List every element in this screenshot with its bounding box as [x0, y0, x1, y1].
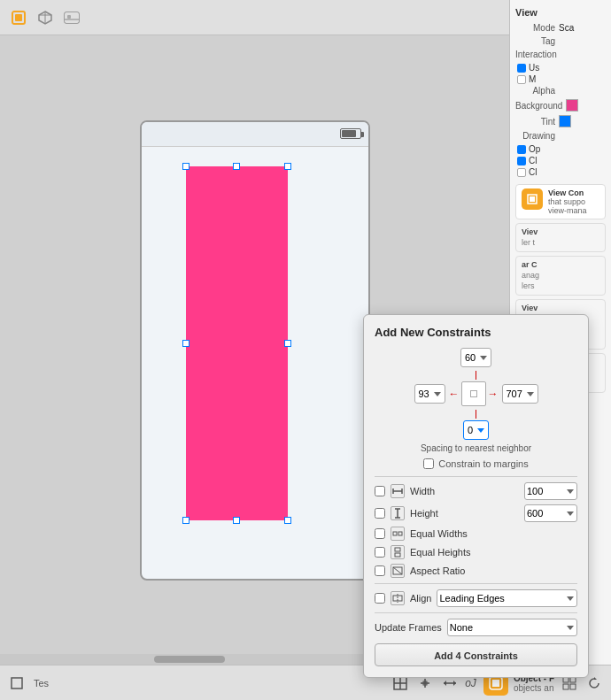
svg-rect-36	[492, 680, 499, 687]
interaction-check1: Us	[517, 63, 606, 73]
bottom-spacing-select[interactable]: 0	[463, 420, 489, 440]
handle-top-center[interactable]	[233, 163, 240, 170]
bottom-square-icon[interactable]	[7, 673, 27, 693]
handle-mid-right[interactable]	[284, 340, 291, 347]
aspect-ratio-row: Aspect Ratio	[375, 564, 577, 578]
svg-rect-40	[570, 684, 576, 689]
equal-widths-icon	[391, 527, 405, 541]
interaction-checkbox-m[interactable]	[517, 75, 526, 84]
drawing-check1: Op	[517, 144, 606, 154]
svg-rect-20	[395, 553, 400, 557]
left-spacing-select[interactable]: 93	[414, 384, 445, 404]
equal-heights-label: Equal Heights	[410, 547, 577, 558]
drawing-op-label: Op	[529, 144, 540, 154]
aspect-ratio-checkbox[interactable]	[375, 565, 385, 576]
handle-mid-left[interactable]	[182, 340, 189, 347]
align-icon	[391, 591, 405, 605]
handle-bottom-center[interactable]	[233, 517, 240, 524]
tag-row: Tag	[515, 36, 606, 46]
interaction-checkbox-us[interactable]	[517, 64, 526, 73]
top-arrow-line	[476, 371, 477, 380]
right-spacing-select[interactable]: 707	[502, 384, 538, 404]
drawing-checkbox-cl1[interactable]	[517, 157, 526, 165]
top-spacing-select[interactable]: 60	[460, 348, 491, 367]
align-checkbox[interactable]	[375, 593, 385, 604]
svg-rect-25	[12, 678, 22, 688]
svg-rect-8	[67, 15, 71, 19]
mode-value: Sca	[559, 23, 574, 33]
background-row: Background	[515, 99, 606, 112]
pink-rectangle[interactable]	[186, 166, 288, 520]
update-frames-select[interactable]: None	[447, 619, 577, 636]
handle-bottom-right[interactable]	[284, 517, 291, 524]
view-card3-title: Viev	[522, 304, 599, 314]
tint-label: Tint	[515, 117, 555, 127]
tes-label: Tes	[34, 678, 49, 688]
height-label: Height	[410, 508, 519, 519]
update-frames-label: Update Frames	[375, 622, 442, 633]
square-icon[interactable]	[9, 8, 28, 27]
drawing-checkbox-op[interactable]	[517, 145, 526, 154]
constrain-margins-checkbox[interactable]	[423, 458, 434, 469]
background-color-swatch[interactable]	[566, 99, 578, 112]
aspect-ratio-icon	[391, 564, 405, 578]
bottom-arrow-container	[375, 410, 577, 419]
svg-rect-39	[563, 684, 568, 689]
alpha-row: Alpha	[515, 86, 606, 96]
iphone-frame	[140, 120, 370, 581]
handle-top-right[interactable]	[284, 163, 291, 170]
width-checkbox[interactable]	[375, 486, 385, 496]
interaction-row: Interaction	[515, 50, 606, 59]
tint-row: Tint	[515, 115, 606, 127]
scrollbar-thumb[interactable]	[154, 656, 225, 663]
svg-rect-6	[65, 12, 79, 23]
constrain-margins-row: Constrain to margins	[375, 458, 577, 469]
drawing-label: Drawing	[515, 131, 555, 141]
cube-icon[interactable]	[35, 8, 55, 27]
equal-widths-row: Equal Widths	[375, 527, 577, 541]
constrain-margins-label: Constrain to margins	[438, 458, 529, 469]
panel-title: View	[515, 7, 606, 18]
interaction-us-label: Us	[529, 63, 539, 73]
drawing-checkbox-cl2[interactable]	[517, 168, 526, 177]
add-constraints-button[interactable]: Add 4 Constraints	[375, 643, 577, 666]
alpha-label: Alpha	[515, 86, 555, 96]
equal-heights-icon	[391, 545, 405, 559]
divider-1	[375, 476, 577, 477]
width-icon	[391, 484, 405, 498]
right-arrow-icon: →	[488, 388, 499, 400]
interaction-check2: M	[517, 74, 606, 84]
view-card2-desc: anag	[522, 271, 599, 281]
handle-bottom-left[interactable]	[182, 517, 189, 524]
height-value-select[interactable]: 600	[524, 504, 577, 522]
view-card1-title: Viev	[522, 227, 599, 238]
width-value-select[interactable]: 100	[524, 482, 577, 500]
drawing-check2: Cl	[517, 156, 606, 165]
align-label: Align	[410, 593, 431, 604]
interaction-label: Interaction	[515, 50, 557, 59]
align-row: Align Leading Edges	[375, 589, 577, 607]
align-select[interactable]: Leading Edges	[437, 589, 577, 607]
spacing-label: Spacing to nearest neighbor	[375, 443, 577, 453]
svg-marker-33	[444, 681, 446, 686]
height-checkbox[interactable]	[375, 508, 385, 519]
horizontal-arrows: ← →	[449, 381, 499, 406]
view-info-card-2: ar C anag lers	[515, 256, 606, 296]
handle-top-left[interactable]	[182, 163, 189, 170]
view-constraints-card: View Con that suppo view-mana	[515, 184, 606, 219]
tint-color-swatch[interactable]	[559, 115, 571, 127]
equal-heights-row: Equal Heights	[375, 545, 577, 559]
width-label: Width	[410, 486, 519, 496]
equal-heights-checkbox[interactable]	[375, 547, 385, 558]
height-icon	[391, 506, 405, 520]
equal-widths-label: Equal Widths	[410, 528, 577, 539]
equal-widths-checkbox[interactable]	[375, 528, 385, 539]
view-con-text: View Con that suppo view-mana	[548, 188, 599, 215]
bottom-left-section: Tes	[7, 673, 383, 693]
photo-icon[interactable]	[62, 8, 81, 27]
bottom-arrow-line	[476, 410, 477, 419]
oj-label: oJ	[465, 677, 476, 689]
svg-rect-19	[395, 548, 400, 551]
object-sub: objects an	[514, 683, 554, 693]
left-arrow-icon: ←	[449, 388, 460, 400]
